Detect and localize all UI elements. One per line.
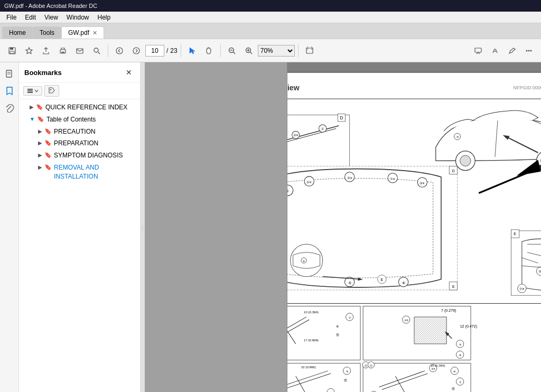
menu-bar: File Edit View Window Help <box>0 12 541 23</box>
zoom-in-icon <box>245 46 253 55</box>
draw-button[interactable] <box>504 43 520 59</box>
panel-splitter[interactable]: ⋮ <box>141 62 145 392</box>
svg-point-24 <box>530 50 532 51</box>
menu-view[interactable]: View <box>40 13 62 22</box>
fit-page-button[interactable] <box>302 43 318 59</box>
panel-icon-bookmarks[interactable] <box>2 83 17 98</box>
share-button[interactable] <box>38 43 54 59</box>
svg-marker-11 <box>190 48 195 54</box>
bookmark-item-precaution[interactable]: ▶ 🔖 PRECAUTION <box>19 126 140 138</box>
tools-button[interactable] <box>521 43 537 59</box>
tab-file[interactable]: GW.pdf ✕ <box>61 26 104 39</box>
highlight-icon <box>491 46 499 55</box>
svg-rect-29 <box>27 90 33 91</box>
bookmark-icon-preparation: 🔖 <box>44 139 52 146</box>
email-icon <box>76 46 84 55</box>
upload-icon <box>42 46 50 55</box>
svg-text:⑦✕: ⑦✕ <box>519 287 525 291</box>
bookmark-label-removal: REMOVAL AND INSTALLATION <box>54 163 136 181</box>
menu-file[interactable]: File <box>2 13 21 22</box>
svg-rect-28 <box>27 89 33 90</box>
close-bookmarks-button[interactable]: ✕ <box>123 67 135 78</box>
search-button[interactable] <box>89 43 105 59</box>
fit-page-icon <box>305 46 314 55</box>
tab-home[interactable]: Home <box>2 26 33 39</box>
menu-window[interactable]: Window <box>62 13 94 22</box>
print-button[interactable] <box>55 43 71 59</box>
prev-page-button[interactable] <box>111 43 127 59</box>
bookmarks-panel: Bookmarks ✕ ▶ 🔖 QUICK REFERENCE INDEX ▼ … <box>19 62 141 392</box>
bookmarks-toolbar <box>19 83 140 99</box>
comment-button[interactable] <box>470 43 486 59</box>
window-title: GW.pdf - Adobe Acrobat Reader DC <box>4 3 97 9</box>
list-view-icon <box>27 88 33 94</box>
email-button[interactable] <box>72 43 88 59</box>
exploded-view-diagram: SEC. 720 D ②✕ ③✕ ① ⑤✕ <box>287 96 541 392</box>
svg-text:12 (0.472): 12 (0.472) <box>460 324 477 329</box>
toolbar: / 23 70% 50% 75% 100% 125% 150% <box>0 39 541 62</box>
svg-text:7 (0.276): 7 (0.276) <box>441 309 456 313</box>
next-page-button[interactable] <box>128 43 144 59</box>
menu-edit[interactable]: Edit <box>21 13 40 22</box>
svg-line-8 <box>98 52 100 54</box>
pdf-section-label: Exploded View <box>287 83 300 92</box>
svg-point-22 <box>526 50 528 51</box>
save-icon <box>8 46 16 55</box>
select-tool-button[interactable] <box>184 43 200 59</box>
page-number-input[interactable] <box>145 45 164 57</box>
svg-text:⑪: ⑪ <box>344 378 347 382</box>
bookmark-icon-toc: 🔖 <box>37 116 44 123</box>
bookmark-item-preparation[interactable]: ▶ 🔖 PREPARATION <box>19 137 140 150</box>
pdf-page-code: NFPGID:000000000007E7B523 <box>513 85 541 90</box>
save-button[interactable] <box>4 43 20 59</box>
bookmark-icon-removal: 🔖 <box>44 164 52 171</box>
left-panel <box>0 62 19 392</box>
svg-text:⑪: ⑪ <box>336 333 339 337</box>
highlight-button[interactable] <box>487 43 503 59</box>
bookmark-item-symptom[interactable]: ▶ 🔖 SYMPTOM DIAGNOSIS <box>19 150 140 162</box>
zoom-in-button[interactable] <box>241 43 257 59</box>
bookmark-item-removal[interactable]: ▶ 🔖 REMOVAL AND INSTALLATION <box>19 162 140 183</box>
svg-text:③✕: ③✕ <box>347 176 352 180</box>
bookmark-button[interactable] <box>21 43 37 59</box>
toolbar-separator-3 <box>220 44 221 57</box>
svg-text:22 (0.866): 22 (0.866) <box>301 365 316 369</box>
svg-text:③✕: ③✕ <box>293 133 299 137</box>
pdf-page-header: Exploded View NFPGID:000000000007E7B523 <box>287 83 541 92</box>
svg-text:⑧: ⑧ <box>336 324 339 328</box>
bookmark-item-toc[interactable]: ▼ 🔖 Table of Contents <box>19 114 140 126</box>
bookmark-icon-precaution: 🔖 <box>44 128 52 135</box>
hand-tool-button[interactable] <box>201 43 217 59</box>
bookmark-icon-quick-ref: 🔖 <box>36 104 43 110</box>
svg-text:⑤: ⑤ <box>348 281 351 285</box>
tab-tools[interactable]: Tools <box>33 26 61 39</box>
panel-icon-attachments[interactable] <box>2 100 17 115</box>
zoom-out-icon <box>228 46 236 55</box>
tab-close-button[interactable]: ✕ <box>92 30 97 36</box>
zoom-out-button[interactable] <box>224 43 240 59</box>
svg-rect-20 <box>475 48 481 52</box>
svg-text:⑥: ⑥ <box>402 281 405 285</box>
svg-text:①: ① <box>321 127 324 130</box>
svg-text:E: E <box>452 285 455 289</box>
bookmarks-view-button[interactable] <box>23 86 42 96</box>
pdf-viewer[interactable]: Exploded View NFPGID:000000000007E7B523 … <box>287 62 541 392</box>
comment-icon <box>474 46 482 55</box>
svg-text:17 (0.669): 17 (0.669) <box>304 338 319 342</box>
bookmark-label-symptom: SYMPTOM DIAGNOSIS <box>54 151 136 160</box>
panel-icon-pages[interactable] <box>2 67 17 81</box>
expand-icon-preparation: ▶ <box>38 140 42 146</box>
title-bar: GW.pdf - Adobe Acrobat Reader DC <box>0 0 541 12</box>
menu-help[interactable]: Help <box>94 13 115 22</box>
svg-text:E: E <box>380 278 383 282</box>
page-separator: / <box>166 47 168 54</box>
bookmark-item-quick-ref[interactable]: ▶ 🔖 QUICK REFERENCE INDEX <box>19 101 140 114</box>
bookmarks-tag-button[interactable] <box>44 85 59 97</box>
svg-text:⑪: ⑪ <box>452 387 455 390</box>
bookmarks-header: Bookmarks ✕ <box>19 62 140 83</box>
zoom-select[interactable]: 70% 50% 75% 100% 125% 150% <box>258 45 295 57</box>
svg-rect-30 <box>27 92 33 93</box>
next-page-icon <box>132 46 141 55</box>
bookmark-label-quick-ref: QUICK REFERENCE INDEX <box>45 103 136 112</box>
toolbar-separator-2 <box>181 44 181 57</box>
